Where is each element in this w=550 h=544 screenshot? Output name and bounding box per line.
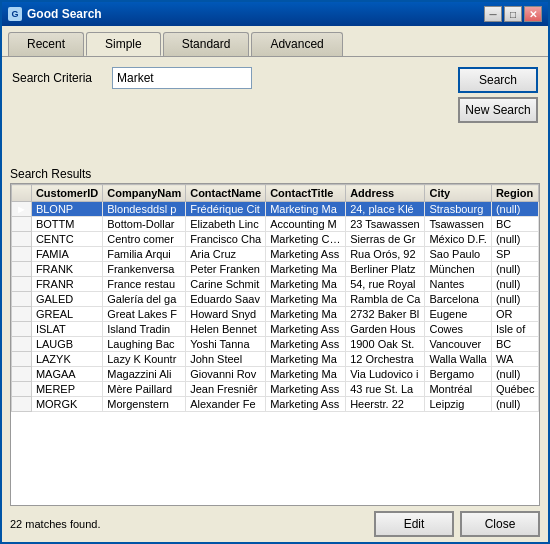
search-panel: Search Criteria Search New Search (2, 57, 548, 167)
cell-id: GREAL (31, 307, 102, 322)
row-indicator (12, 247, 32, 262)
search-criteria-input[interactable] (112, 67, 252, 89)
cell-title: Marketing Ass (266, 337, 346, 352)
tab-recent[interactable]: Recent (8, 32, 84, 56)
col-customerid: CustomerID (31, 185, 102, 202)
table-row[interactable]: MEREPMère PaillardJean FresniêrMarketing… (12, 382, 539, 397)
new-search-button[interactable]: New Search (458, 97, 538, 123)
table-row[interactable]: CENTCCentro comerFrancisco ChaMarketing … (12, 232, 539, 247)
cell-address: 23 Tsawassen (346, 217, 425, 232)
cell-id: FRANR (31, 277, 102, 292)
cell-title: Marketing Ma (266, 262, 346, 277)
maximize-button[interactable]: □ (504, 6, 522, 22)
table-row[interactable]: GALEDGalería del gaEduardo SaavMarketing… (12, 292, 539, 307)
cell-region: (null) (491, 292, 539, 307)
table-header-row: CustomerID CompanyNam ContactName Contac… (12, 185, 539, 202)
col-region: Region (491, 185, 539, 202)
table-row[interactable]: ►BLONPBlondesddsl pFrédérique CitMarketi… (12, 202, 539, 217)
cell-id: MORGK (31, 397, 102, 412)
table-scroll[interactable]: CustomerID CompanyNam ContactName Contac… (11, 184, 539, 505)
cell-id: FAMIA (31, 247, 102, 262)
search-button[interactable]: Search (458, 67, 538, 93)
cell-id: LAUGB (31, 337, 102, 352)
row-indicator (12, 367, 32, 382)
cell-contact: Jean Fresniêr (186, 382, 266, 397)
cell-title: Marketing Ma (266, 277, 346, 292)
row-indicator (12, 322, 32, 337)
table-row[interactable]: MAGAAMagazzini AliGiovanni RovMarketing … (12, 367, 539, 382)
table-row[interactable]: FRANRFrance restauCarine SchmitMarketing… (12, 277, 539, 292)
cell-id: CENTC (31, 232, 102, 247)
minimize-button[interactable]: ─ (484, 6, 502, 22)
cell-city: Cowes (425, 322, 491, 337)
edit-button[interactable]: Edit (374, 511, 454, 537)
cell-title: Marketing Ass (266, 382, 346, 397)
cell-region: (null) (491, 202, 539, 217)
cell-city: Tsawassen (425, 217, 491, 232)
cell-title: Marketing Ma (266, 292, 346, 307)
table-row[interactable]: GREALGreat Lakes FHoward SnydMarketing M… (12, 307, 539, 322)
row-arrow-icon: ► (16, 203, 27, 215)
cell-city: Walla Walla (425, 352, 491, 367)
cell-id: FRANK (31, 262, 102, 277)
cell-address: 24, place Klé (346, 202, 425, 217)
table-row[interactable]: LAUGBLaughing BacYoshi TannaMarketing As… (12, 337, 539, 352)
cell-region: BC (491, 217, 539, 232)
cell-address: Rua Orós, 92 (346, 247, 425, 262)
close-button[interactable]: Close (460, 511, 540, 537)
cell-region: OR (491, 307, 539, 322)
cell-address: 1900 Oak St. (346, 337, 425, 352)
col-companyname: CompanyNam (103, 185, 186, 202)
row-indicator: ► (12, 202, 32, 217)
cell-contact: Giovanni Rov (186, 367, 266, 382)
table-row[interactable]: ISLATIsland TradinHelen BennetMarketing … (12, 322, 539, 337)
cell-address: 2732 Baker Bl (346, 307, 425, 322)
table-row[interactable]: MORGKMorgensternAlexander FeMarketing As… (12, 397, 539, 412)
window-controls: ─ □ ✕ (484, 6, 542, 22)
tab-simple[interactable]: Simple (86, 32, 161, 56)
row-indicator (12, 337, 32, 352)
cell-title: Marketing Ma (266, 202, 346, 217)
cell-contact: John Steel (186, 352, 266, 367)
col-contacttitle: ContactTitle (266, 185, 346, 202)
main-window: G Good Search ─ □ ✕ Recent Simple Standa… (0, 0, 550, 544)
cell-title: Marketing Ma (266, 367, 346, 382)
table-row[interactable]: BOTTMBottom-DollarElizabeth LincAccounti… (12, 217, 539, 232)
cell-city: México D.F. (425, 232, 491, 247)
bottom-bar: 22 matches found. Edit Close (2, 506, 548, 542)
table-row[interactable]: FRANKFrankenversaPeter FrankenMarketing … (12, 262, 539, 277)
table-row[interactable]: FAMIAFamilia ArquiAria CruzMarketing Ass… (12, 247, 539, 262)
table-row[interactable]: LAZYKLazy K KountrJohn SteelMarketing Ma… (12, 352, 539, 367)
cell-contact: Alexander Fe (186, 397, 266, 412)
cell-title: Marketing Ass (266, 247, 346, 262)
cell-company: Blondesddsl p (103, 202, 186, 217)
app-icon: G (8, 7, 22, 21)
window-close-button[interactable]: ✕ (524, 6, 542, 22)
cell-region: Québec (491, 382, 539, 397)
cell-company: Magazzini Ali (103, 367, 186, 382)
cell-company: Galería del ga (103, 292, 186, 307)
cell-title: Accounting M (266, 217, 346, 232)
search-criteria-row: Search Criteria (12, 67, 448, 89)
cell-title: Marketing Ass (266, 322, 346, 337)
tab-standard[interactable]: Standard (163, 32, 250, 56)
cell-region: Isle of (491, 322, 539, 337)
cell-city: Nantes (425, 277, 491, 292)
cell-city: Bergamo (425, 367, 491, 382)
cell-contact: Aria Cruz (186, 247, 266, 262)
tab-advanced[interactable]: Advanced (251, 32, 342, 56)
cell-city: Montréal (425, 382, 491, 397)
title-bar: G Good Search ─ □ ✕ (2, 2, 548, 26)
cell-title: Marketing Ass (266, 397, 346, 412)
search-buttons: Search New Search (458, 67, 538, 123)
cell-company: Familia Arqui (103, 247, 186, 262)
results-section: Search Results CustomerID CompanyNam Con… (2, 167, 548, 506)
search-criteria-label: Search Criteria (12, 71, 102, 85)
cell-contact: Frédérique Cit (186, 202, 266, 217)
cell-id: GALED (31, 292, 102, 307)
row-indicator (12, 397, 32, 412)
cell-id: ISLAT (31, 322, 102, 337)
cell-contact: Yoshi Tanna (186, 337, 266, 352)
row-indicator (12, 277, 32, 292)
cell-region: SP (491, 247, 539, 262)
